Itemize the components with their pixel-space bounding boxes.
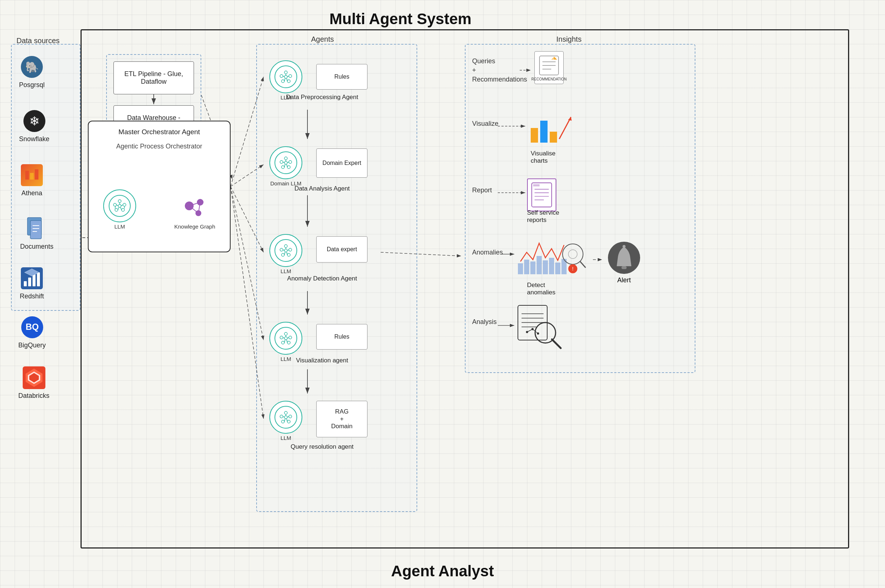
agent5-rule-box: RAG+Domain bbox=[316, 401, 367, 437]
postgresql-icon bbox=[19, 54, 45, 80]
snowflake-icon: ❄ bbox=[22, 108, 47, 134]
svg-point-64 bbox=[275, 240, 297, 261]
postgresql-label: Posgrsql bbox=[19, 81, 45, 89]
svg-line-109 bbox=[559, 117, 571, 139]
page-title: Multi Agent System bbox=[330, 10, 471, 28]
svg-line-29 bbox=[121, 205, 123, 206]
svg-line-141 bbox=[527, 329, 533, 332]
svg-rect-108 bbox=[550, 132, 557, 142]
athena-icon bbox=[19, 162, 45, 188]
svg-rect-2 bbox=[35, 169, 38, 180]
alert-bell: Alert bbox=[608, 242, 641, 284]
agent4-rule-box: Rules bbox=[316, 324, 367, 350]
svg-point-82 bbox=[284, 337, 287, 340]
svg-line-87 bbox=[287, 340, 287, 343]
agent-analyst-title: Agent Analyst bbox=[391, 562, 494, 580]
insight-visualise-charts-label: Visualisecharts bbox=[531, 150, 555, 165]
svg-point-22 bbox=[113, 203, 116, 206]
svg-rect-111 bbox=[532, 183, 552, 207]
agent5-llm: LLM bbox=[269, 401, 303, 441]
svg-point-53 bbox=[284, 157, 287, 160]
svg-line-144 bbox=[552, 339, 561, 348]
redshift-label: Redshift bbox=[20, 292, 44, 300]
svg-rect-9 bbox=[24, 281, 27, 286]
svg-point-93 bbox=[287, 420, 290, 423]
svg-line-50 bbox=[284, 78, 285, 81]
svg-point-89 bbox=[284, 411, 287, 414]
agent1-rule-box: Rules bbox=[316, 64, 367, 90]
svg-point-79 bbox=[289, 336, 292, 339]
agent3-name: Anomaly Detection Agent bbox=[267, 275, 377, 282]
svg-point-54 bbox=[280, 160, 283, 164]
agent4-name: Visualization agent bbox=[267, 357, 377, 364]
insight-anomalies-label: Anomalies bbox=[472, 249, 503, 256]
orchestrator-llm-label: LLM bbox=[114, 224, 125, 230]
datasource-databricks: Databricks bbox=[18, 365, 50, 400]
redshift-icon bbox=[19, 266, 45, 291]
svg-point-126 bbox=[568, 250, 577, 258]
svg-point-24 bbox=[115, 208, 118, 212]
svg-point-44 bbox=[281, 80, 284, 82]
agent4-llm-icon bbox=[269, 322, 303, 355]
svg-point-66 bbox=[280, 248, 283, 251]
svg-point-42 bbox=[280, 75, 283, 78]
databricks-label: Databricks bbox=[18, 392, 50, 400]
svg-rect-11 bbox=[33, 274, 36, 286]
svg-point-81 bbox=[287, 341, 290, 344]
svg-point-55 bbox=[289, 160, 292, 164]
svg-rect-106 bbox=[531, 128, 538, 142]
svg-line-28 bbox=[116, 205, 118, 206]
svg-line-72 bbox=[283, 250, 284, 250]
svg-point-78 bbox=[280, 336, 283, 339]
insight-anomaly-chart: ! bbox=[516, 234, 589, 279]
orchestrator-llm-icon bbox=[103, 189, 136, 222]
svg-point-57 bbox=[287, 166, 290, 169]
svg-rect-119 bbox=[530, 261, 536, 274]
agent2-name: Data Analysis Agent bbox=[267, 185, 377, 192]
athena-label: Athena bbox=[21, 189, 42, 197]
svg-text:BQ: BQ bbox=[26, 322, 39, 332]
orchestrator-llm: LLM bbox=[103, 189, 136, 230]
svg-rect-107 bbox=[540, 121, 548, 142]
datasource-documents: Documents bbox=[20, 216, 53, 250]
svg-rect-10 bbox=[28, 278, 31, 286]
svg-rect-118 bbox=[524, 260, 529, 274]
etl-pipeline-box: ETL Pipeline - Glue, Dataflow bbox=[113, 62, 194, 94]
svg-rect-120 bbox=[537, 256, 542, 274]
svg-point-91 bbox=[289, 415, 292, 418]
svg-rect-0 bbox=[25, 171, 29, 180]
svg-point-68 bbox=[281, 254, 284, 256]
insight-visualize-label: Visualize bbox=[472, 120, 498, 128]
orchestrator-knowledge-graph: Knowlege Graph bbox=[174, 193, 215, 230]
svg-point-76 bbox=[275, 327, 297, 349]
svg-point-92 bbox=[281, 420, 284, 423]
insight-report-label: Report bbox=[472, 186, 492, 194]
svg-point-25 bbox=[122, 208, 125, 212]
agent5-llm-label: LLM bbox=[280, 435, 291, 441]
svg-point-21 bbox=[118, 200, 121, 202]
svg-rect-1 bbox=[30, 173, 34, 180]
datasource-postgresql: Posgrsql bbox=[19, 54, 45, 89]
databricks-icon bbox=[21, 365, 47, 390]
svg-line-98 bbox=[284, 419, 285, 422]
svg-point-45 bbox=[287, 80, 290, 82]
agent3-llm: LLM bbox=[269, 234, 303, 274]
svg-point-58 bbox=[284, 161, 287, 164]
agent2-llm: Domain LLM bbox=[269, 146, 303, 186]
svg-rect-131 bbox=[622, 266, 627, 269]
svg-point-40 bbox=[275, 66, 297, 88]
insight-queries-label: Queries+Recommendations bbox=[472, 57, 527, 84]
svg-point-65 bbox=[284, 244, 287, 248]
svg-point-26 bbox=[118, 204, 121, 207]
documents-icon bbox=[24, 216, 50, 242]
agents-section-label: Agents bbox=[311, 35, 334, 44]
svg-line-96 bbox=[283, 417, 284, 417]
svg-line-51 bbox=[287, 78, 287, 81]
agent4-llm: LLM bbox=[269, 322, 303, 362]
svg-marker-105 bbox=[551, 57, 554, 60]
svg-line-86 bbox=[284, 340, 285, 343]
svg-rect-12 bbox=[37, 272, 40, 286]
svg-point-46 bbox=[284, 75, 287, 78]
postgresql-icon-inner bbox=[21, 56, 43, 78]
svg-point-56 bbox=[281, 166, 284, 169]
